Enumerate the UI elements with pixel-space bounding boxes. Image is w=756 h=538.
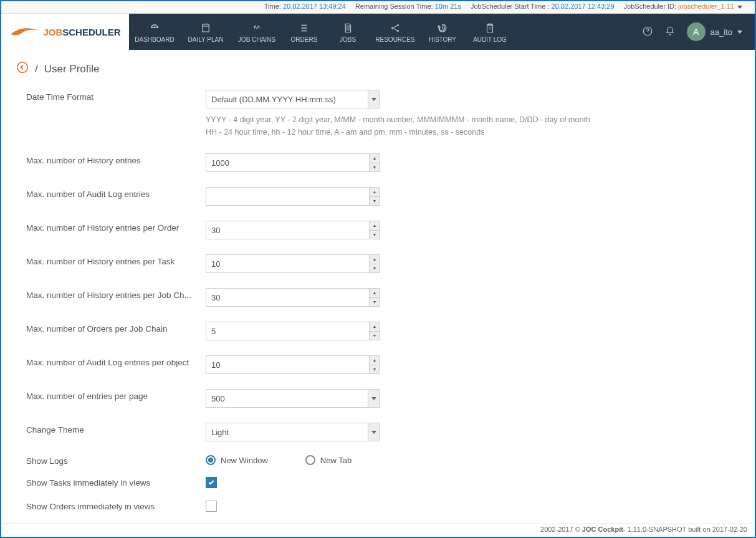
spin-up[interactable]: ▲	[369, 187, 380, 196]
max-audit-label: Max. number of Audit Log entries	[26, 187, 206, 199]
spin-down[interactable]: ▼	[369, 163, 380, 173]
max-hist-order-input[interactable]	[206, 221, 380, 239]
svg-point-0	[391, 27, 393, 29]
max-orders-jc-label: Max. number of Orders per Job Chain	[26, 322, 206, 334]
max-audit-obj-input[interactable]	[206, 355, 380, 374]
nav-resources[interactable]: RESOURCES	[370, 14, 421, 50]
scheduler-id-value[interactable]: jobscheduler_1.11	[678, 2, 734, 10]
max-audit-obj-label: Max. number of Audit Log entries per obj…	[26, 355, 206, 367]
content-area: Date Time Format YYYY - 4 digit year, YY…	[2, 82, 744, 519]
nav-dashboard[interactable]: DASHBOARD	[129, 14, 180, 50]
share-icon	[390, 22, 401, 34]
perpage-select[interactable]	[206, 389, 380, 408]
breadcrumb-sep: /	[35, 63, 38, 75]
breadcrumb: / User Profile	[1, 50, 755, 83]
history-icon	[437, 22, 448, 34]
spin-up[interactable]: ▲	[369, 221, 380, 230]
spin-up[interactable]: ▲	[369, 254, 380, 264]
max-audit-input[interactable]	[206, 187, 380, 206]
nav-daily-plan[interactable]: DAILY PLAN	[180, 14, 231, 50]
svg-point-2	[397, 30, 399, 32]
nav-orders[interactable]: ORDERS	[282, 14, 326, 50]
avatar: A	[687, 22, 706, 41]
spin-up[interactable]: ▲	[369, 355, 380, 365]
dtf-hint2: HH - 24 hour time, hh - 12 hour time, A …	[206, 126, 744, 138]
chevron-down-icon	[737, 31, 742, 34]
spin-down[interactable]: ▼	[369, 230, 380, 240]
theme-select-caret[interactable]	[368, 423, 380, 441]
spin-down[interactable]: ▼	[369, 264, 380, 274]
show-tasks-checkbox[interactable]	[206, 477, 217, 488]
logo-text: JOBSCHEDULER	[43, 27, 120, 37]
user-name: aa_ito	[711, 27, 732, 37]
bell-icon[interactable]	[664, 26, 676, 39]
show-tasks-label: Show Tasks immediately in views	[26, 478, 206, 488]
showlogs-new-tab-radio[interactable]: New Tab	[305, 455, 352, 465]
theme-label: Change Theme	[26, 423, 206, 435]
dtf-select[interactable]	[206, 90, 380, 108]
time-value: 20.02.2017 13:49:24	[283, 2, 346, 10]
top-status-bar: Time: 20.02.2017 13:49:24 Remaining Sess…	[1, 1, 755, 14]
start-time-value: 20.02.2017 12:43:29	[552, 2, 615, 10]
scheduler-id-label: JobScheduler ID:	[624, 2, 676, 10]
nav-audit-log[interactable]: AUDIT LOG	[464, 14, 515, 50]
showlogs-new-window-radio[interactable]: New Window	[206, 455, 268, 465]
dtf-select-caret[interactable]	[368, 90, 380, 108]
remaining-label: Remaining Session Time:	[355, 2, 433, 10]
radio-checked-icon	[206, 455, 216, 465]
max-history-label: Max. number of History entries	[26, 153, 206, 165]
spin-up[interactable]: ▲	[369, 322, 380, 331]
max-history-input[interactable]	[206, 153, 380, 172]
nav-history[interactable]: HISTORY	[421, 14, 464, 50]
radio-unchecked-icon	[305, 455, 315, 465]
page-title: User Profile	[44, 63, 100, 75]
time-label: Time:	[264, 2, 281, 10]
start-time-label: JobScheduler Start Time :	[471, 2, 550, 10]
footer: 2002-2017 © JOC Cockpit- 1.11.0-SNAPSHOT…	[2, 523, 754, 536]
main-navbar: JOBSCHEDULER DASHBOARD DAILY PLAN JOB CH…	[1, 14, 755, 50]
max-hist-jc-label: Max. number of History entries per Job C…	[26, 288, 206, 300]
theme-select[interactable]	[206, 423, 380, 441]
gauge-icon	[149, 22, 160, 34]
spin-down[interactable]: ▼	[369, 297, 380, 307]
document-icon	[342, 22, 353, 34]
spin-down[interactable]: ▼	[369, 365, 380, 375]
help-icon[interactable]	[642, 26, 653, 39]
perpage-label: Max. number of entries per page	[26, 389, 206, 401]
scheduler-id-dropdown-icon[interactable]	[737, 6, 742, 9]
perpage-select-caret[interactable]	[368, 389, 380, 408]
showlogs-label: Show Logs	[26, 454, 206, 466]
max-hist-task-label: Max. number of History entries per Task	[26, 254, 206, 266]
user-menu[interactable]: A aa_ito	[687, 22, 742, 41]
logo-icon	[9, 26, 41, 38]
max-orders-jc-input[interactable]	[206, 322, 380, 340]
nav-jobs[interactable]: JOBS	[326, 14, 370, 50]
footer-product: JOC Cockpit	[582, 526, 623, 533]
logo[interactable]: JOBSCHEDULER	[1, 14, 129, 50]
max-hist-jc-input[interactable]	[206, 288, 380, 307]
list-icon	[299, 22, 310, 34]
spin-down[interactable]: ▼	[369, 331, 380, 341]
svg-point-1	[397, 24, 399, 26]
remaining-value: 10m 21s	[435, 2, 461, 10]
max-hist-order-label: Max. number of History entries per Order	[26, 221, 206, 233]
chain-icon	[251, 22, 262, 34]
show-orders-checkbox[interactable]	[206, 501, 217, 512]
calendar-icon	[200, 22, 211, 34]
show-orders-label: Show Orders immediately in views	[26, 502, 206, 511]
max-hist-task-input[interactable]	[206, 254, 380, 273]
clipboard-icon	[484, 22, 495, 34]
spin-up[interactable]: ▲	[369, 153, 380, 163]
check-icon	[208, 479, 215, 486]
spin-up[interactable]: ▲	[369, 288, 380, 297]
nav-job-chains[interactable]: JOB CHAINS	[231, 14, 282, 50]
spin-down[interactable]: ▼	[369, 196, 380, 206]
svg-point-4	[17, 62, 28, 73]
back-button[interactable]	[16, 61, 29, 77]
dtf-hint1: YYYY - 4 digit year, YY - 2 digit year, …	[206, 113, 744, 126]
dtf-label: Date Time Format	[26, 90, 206, 102]
